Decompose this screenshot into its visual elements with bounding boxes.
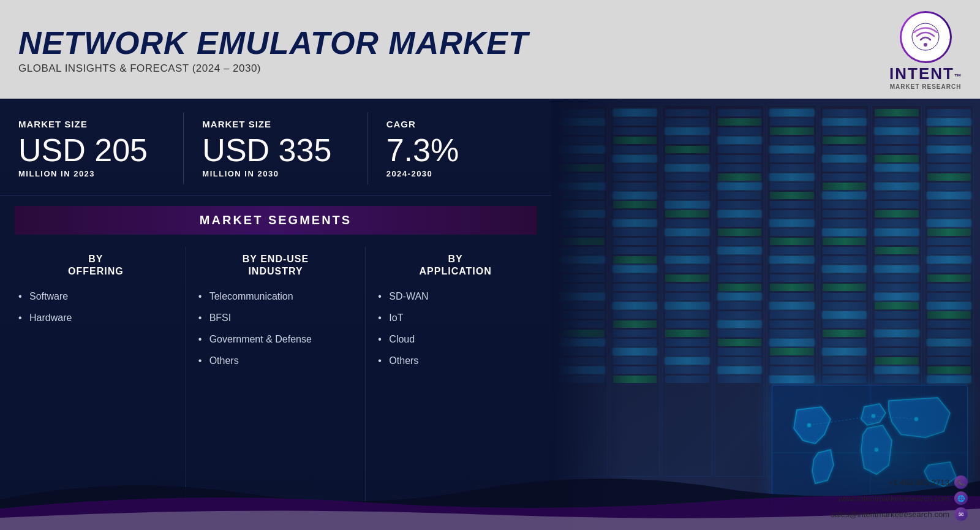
col-title-industry: BY END-USEINDUSTRY <box>198 253 353 279</box>
svg-point-0 <box>924 43 927 47</box>
segments-header: MARKET SEGMENTS <box>15 206 537 235</box>
phone-text: +1 463-583-2713 <box>889 478 949 487</box>
list-item: BFSI <box>198 312 353 325</box>
list-item: Telecommunication <box>198 290 353 303</box>
stat-label-1: MARKET SIZE <box>18 118 165 131</box>
list-item: Software <box>18 290 173 303</box>
industry-list: Telecommunication BFSI Government & Defe… <box>198 290 353 376</box>
logo-inner-circle <box>902 13 950 61</box>
logo-outer-circle <box>900 11 952 63</box>
web-icon: 🌐 <box>954 491 968 505</box>
stats-row: MARKET SIZE USD 205 MILLION IN 2023 MARK… <box>0 99 551 196</box>
email-icon: ✉ <box>954 507 968 521</box>
list-item: Others <box>378 355 533 368</box>
list-item: Government & Defense <box>198 333 353 346</box>
header-text-block: NETWORK EMULATOR MARKET GLOBAL INSIGHTS … <box>18 26 529 75</box>
col-title-application: BYAPPLICATION <box>378 253 533 279</box>
list-item: Hardware <box>18 312 173 325</box>
phone-icon: 📞 <box>954 475 968 489</box>
stat-value-3: 7.3% <box>386 133 533 168</box>
list-item: SD-WAN <box>378 290 533 303</box>
list-item: Cloud <box>378 333 533 346</box>
logo-text-row: INTENT ™ <box>889 64 962 83</box>
stat-sublabel-1: MILLION IN 2023 <box>18 169 165 178</box>
segments-title: MARKET SEGMENTS <box>15 213 537 227</box>
logo-brand-name: INTENT <box>889 64 954 83</box>
contact-website: www.intentmarketresearch.com 🌐 <box>839 491 968 505</box>
stat-sublabel-3: 2024-2030 <box>386 169 533 178</box>
contact-info: +1 463-583-2713 📞 www.intentmarketresear… <box>831 475 968 521</box>
page-wave: +1 463-583-2713 📞 www.intentmarketresear… <box>0 463 980 530</box>
contact-phone: +1 463-583-2713 📞 <box>889 475 968 489</box>
logo-svg <box>909 20 943 54</box>
stat-sublabel-2: MILLION IN 2030 <box>202 169 349 178</box>
website-text: www.intentmarketresearch.com <box>839 494 949 503</box>
contact-email: sales@intentmarketresearch.com ✉ <box>831 507 968 521</box>
stat-block-2: MARKET SIZE USD 335 MILLION IN 2030 <box>184 112 368 184</box>
offering-list: Software Hardware <box>18 290 173 333</box>
email-text: sales@intentmarketresearch.com <box>831 510 949 519</box>
stat-block-3: CAGR 7.3% 2024-2030 <box>368 112 551 184</box>
main-title: NETWORK EMULATOR MARKET <box>18 26 529 60</box>
stat-value-2: USD 335 <box>202 133 349 168</box>
application-list: SD-WAN IoT Cloud Others <box>378 290 533 376</box>
stat-value-1: USD 205 <box>18 133 165 168</box>
stat-label-3: CAGR <box>386 118 533 131</box>
stat-block-1: MARKET SIZE USD 205 MILLION IN 2023 <box>0 112 184 184</box>
page-wrapper: NETWORK EMULATOR MARKET GLOBAL INSIGHTS … <box>0 0 980 530</box>
logo-container: INTENT ™ MARKET RESEARCH <box>889 11 962 90</box>
header-section: NETWORK EMULATOR MARKET GLOBAL INSIGHTS … <box>0 0 980 99</box>
stat-label-2: MARKET SIZE <box>202 118 349 131</box>
logo-tm: ™ <box>954 72 962 81</box>
sub-title: GLOBAL INSIGHTS & FORECAST (2024 – 2030) <box>18 62 529 75</box>
logo-tagline: MARKET RESEARCH <box>890 83 962 90</box>
col-title-offering: BYOFFERING <box>18 253 173 279</box>
list-item: IoT <box>378 312 533 325</box>
list-item: Others <box>198 355 353 368</box>
